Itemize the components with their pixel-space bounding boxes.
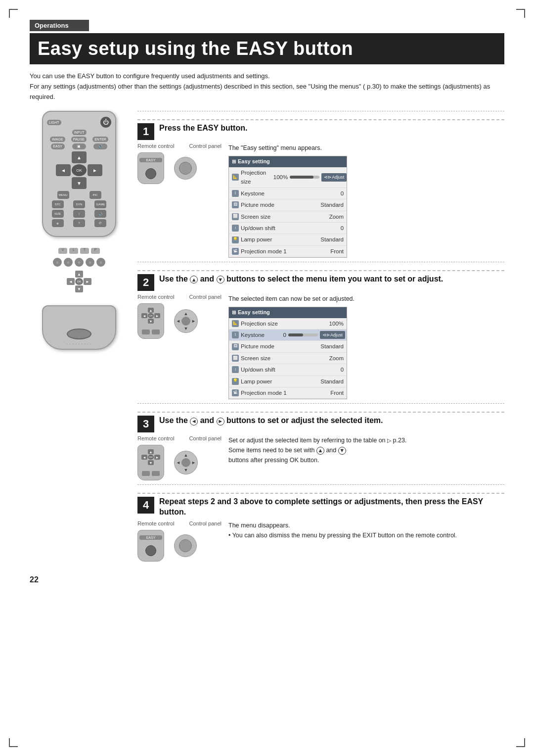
step-1-menu-row-0: 📐 Projection size 100% ⊲⊳Adjust — [229, 167, 347, 188]
step-3-dpad-bl — [141, 460, 147, 465]
corner-mark-tr — [516, 9, 525, 18]
step-3-cp-up: ▲ — [184, 453, 188, 458]
cp-dpad-left: ◄ — [67, 278, 75, 285]
step-4-device-images: EASY — [137, 530, 222, 562]
step-1-menu-label-0: Projection size — [241, 168, 266, 187]
step-1-menu-icon-1: ⌇ — [232, 190, 239, 197]
step-1-menu-row-5: 💡 Lamp power Standard — [229, 234, 347, 245]
step-2-mini-remote: ▲ ◄ OK ► ▼ — [137, 303, 164, 339]
cp-circle-btn2: ○ — [64, 258, 73, 267]
step-3-dpad-br — [154, 460, 160, 465]
remote-dpad: ▲ ◄ OK ► ▼ — [56, 151, 102, 189]
step-2-menu-icon-1: ⌇ — [232, 331, 239, 338]
step-2-dpad-br — [154, 319, 160, 324]
step-2-menu-row-0: 📐 Projection size 100% — [229, 318, 347, 330]
step-3-mini-btns — [142, 471, 160, 476]
step-4-section: 4 Repeat steps 2 and 3 above to complete… — [137, 484, 504, 564]
step-3-mini-dpad: ▲ ◄ OK ► ▼ — [141, 449, 160, 465]
step-2-adjust-btn: ⊲⊳Adjust — [320, 331, 345, 339]
step-2-mini-btn1 — [142, 330, 150, 334]
step-2-cp-up: ▲ — [184, 311, 188, 316]
page-number: 22 — [30, 575, 504, 584]
intro-line-2: For any settings (adjustments) other tha… — [30, 83, 490, 100]
step-1-menu-value-2: Standard — [320, 200, 344, 209]
step-1-slider-fill — [290, 176, 313, 179]
dpad-empty-tr — [88, 151, 102, 163]
step-2-down-circle: ▼ — [217, 276, 224, 284]
step-1-easy-btn — [145, 168, 156, 179]
step-1-cp-center — [179, 162, 192, 175]
step-4-mini-remote: EASY — [137, 530, 164, 562]
step-4-title: Repeat steps 2 and 3 above to complete s… — [159, 497, 504, 518]
step-1-remote-label: Remote control — [137, 143, 175, 149]
step-3-cp-center — [181, 458, 190, 467]
step-1-menu-value-4: 0 — [324, 224, 344, 233]
cp-dpad-ok: OK — [75, 278, 83, 285]
step-2-dpad-down: ▼ — [148, 319, 154, 324]
step-3-dpad-down: ▼ — [148, 460, 154, 465]
main-layout: LIGHT INPUT IMAGE PAUSE ENTER EASY ▣ 🔊 — [30, 111, 504, 566]
remote-enter-btn: ENTER — [92, 137, 108, 142]
remote-shrink-btn: ↕ — [73, 210, 85, 218]
projector-label: . . . . . . . . . — [67, 341, 91, 345]
corner-mark-tl — [9, 9, 18, 18]
remote-dyn-btn: DYN — [73, 200, 85, 208]
corner-mark-bl — [9, 738, 18, 747]
step-2-menu-value-2: Standard — [320, 342, 344, 351]
step-4-remote-label: Remote control — [137, 520, 175, 526]
step-3-cp-left: ◄ — [176, 460, 180, 465]
step-1-menu-title-text: Easy setting — [238, 157, 270, 166]
cp-circle-btn1: ○ — [53, 258, 62, 267]
operations-bar: Operations — [30, 20, 89, 31]
corner-mark-br — [516, 738, 525, 747]
step-1-menu-value-5: Standard — [320, 235, 344, 244]
remote-control-image: LIGHT INPUT IMAGE PAUSE ENTER EASY ▣ 🔊 — [42, 111, 116, 237]
remote-btc-btn: STC — [52, 200, 64, 208]
step-3-device-labels: Remote control Control panel — [137, 435, 222, 441]
step-1-device-images: EASY — [137, 152, 222, 184]
cp-dpad-tr — [84, 271, 91, 278]
step-4-header: 4 Repeat steps 2 and 3 above to complete… — [137, 497, 504, 518]
step-2-devices: Remote control Control panel ▲ ◄ — [137, 294, 222, 339]
step-2-title: Use the ▲ and ▼ buttons to select the me… — [159, 274, 443, 284]
step-2-menu-title-text: Easy setting — [238, 308, 270, 317]
step-2-desc-text: The selected item can now be set or adju… — [228, 295, 355, 302]
step-3-section: 3 Use the ◄ and ► buttons to set or adju… — [137, 403, 504, 482]
step-2-menu-value-3: Zoom — [324, 354, 344, 363]
remote-easy-label: EASY — [51, 143, 65, 149]
intro-line-1: You can use the EASY button to configure… — [30, 72, 270, 80]
dpad-up-btn: ▲ — [72, 151, 87, 163]
step-2-menu-row-3: ⬜ Screen size Zoom — [229, 353, 347, 364]
cp-dpad-up: ▲ — [75, 271, 83, 278]
step-3-panel-label: Control panel — [189, 435, 222, 441]
remote-power-btn — [100, 117, 111, 128]
remote-freeze-btn: ❄ — [52, 219, 64, 227]
step-3-mini-btn2 — [152, 471, 160, 476]
cp-dpad-br — [84, 285, 91, 292]
step-2-menu-label-3: Screen size — [241, 354, 322, 363]
step-1-body: Remote control Control panel EASY — [137, 143, 504, 258]
step-2-menu-label-0: Projection size — [241, 319, 322, 328]
step-1-menu-icon-6: 📽 — [232, 248, 239, 255]
step-2-menu-icon-2: 🖼 — [232, 343, 239, 350]
step-1-menu-row-6: 📽 Projection mode 1 Front — [229, 246, 347, 257]
remote-btn-row-3: SIZE ↕ 🔊 — [47, 210, 111, 218]
cp-btn-row2: ○ ○ ○ ○ ○ — [53, 258, 105, 267]
remote-btn-row-1: MENU PIC — [47, 191, 111, 199]
step-3-cp-down: ▼ — [184, 468, 188, 472]
step-4-panel-label: Control panel — [189, 520, 222, 526]
page-number-text: 22 — [30, 575, 39, 584]
remote-input-btn: INPUT — [72, 130, 87, 135]
cp-dpad-right: ► — [84, 278, 91, 285]
step-1-menu-row-3: ⬜ Screen size Zoom — [229, 211, 347, 223]
remote-top-btn2: ▣ — [72, 143, 86, 149]
page-title: Easy setup using the EASY button — [30, 33, 504, 64]
step-2-menu-title: ⊞ Easy setting — [229, 307, 347, 318]
step-2-header: 2 Use the ▲ and ▼ buttons to select the … — [137, 274, 504, 291]
remote-menu-btn: MENU — [57, 191, 69, 199]
step-3-desc-text-2: p.23. — [391, 437, 406, 444]
step-3-dpad-tl — [141, 449, 147, 454]
step-1-menu-icon: ⊞ — [232, 158, 236, 166]
cp-circle-btn4: ○ — [86, 258, 94, 267]
step-2-menu-value-1: 0 — [267, 331, 286, 339]
